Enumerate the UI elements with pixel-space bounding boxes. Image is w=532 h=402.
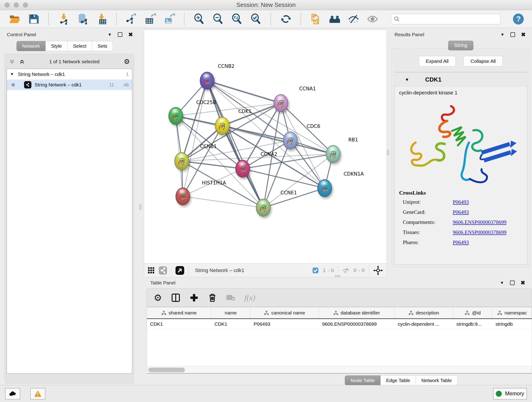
- column-header-description[interactable]: description: [394, 307, 453, 318]
- refresh-icon[interactable]: [279, 12, 292, 26]
- panel-menu-icon[interactable]: ▼: [500, 32, 505, 37]
- memory-button[interactable]: Memory: [493, 388, 527, 400]
- network-collection-row[interactable]: ▼ String Network – cdk1 1: [7, 69, 132, 80]
- zoom-window-button[interactable]: [23, 2, 28, 7]
- warning-status-button[interactable]: [30, 388, 45, 400]
- network-selection-status: 1 of 1 Network selected: [25, 59, 124, 64]
- column-header-namespace[interactable]: namespac: [492, 307, 532, 318]
- table-row[interactable]: CDK1 CDK1 P06493 9606.ENSP00000378699 cy…: [147, 319, 532, 330]
- tab-edge-table[interactable]: Edge Table: [380, 375, 416, 385]
- cloud-status-button[interactable]: [5, 388, 20, 400]
- left-splitter-handle[interactable]: [139, 204, 142, 210]
- network-node-rb1[interactable]: [326, 145, 341, 163]
- network-view-panel: CCNB2 CCNA1 CDC25B CDK1: [144, 30, 387, 277]
- uniprot-link[interactable]: P06493: [453, 199, 469, 205]
- table-options-gear-icon[interactable]: ⚙: [154, 293, 162, 302]
- node-label: CCNB2: [218, 64, 234, 69]
- network-options-gear-icon[interactable]: ⚙: [124, 58, 130, 65]
- close-panel-icon[interactable]: ✖: [520, 280, 525, 286]
- minimize-window-button[interactable]: [14, 2, 19, 7]
- export-network-icon[interactable]: [125, 12, 138, 26]
- float-panel-icon[interactable]: [510, 281, 515, 285]
- protein-thumbnail-icon: [259, 203, 268, 213]
- network-node-ccne1[interactable]: [256, 199, 271, 217]
- column-header-database-identifier[interactable]: database identifier: [319, 307, 394, 318]
- zoom-in-icon[interactable]: [193, 12, 206, 26]
- close-panel-icon[interactable]: ✖: [128, 32, 133, 38]
- tab-string[interactable]: String: [448, 41, 473, 50]
- clone-network-icon[interactable]: [309, 12, 322, 26]
- help-icon[interactable]: ?: [513, 13, 524, 25]
- column-header-shared-name[interactable]: shared name: [147, 307, 211, 318]
- network-node-cdc25b[interactable]: [168, 107, 183, 125]
- tab-select[interactable]: Select: [68, 41, 92, 51]
- tissues-link[interactable]: 9606.ENSP00000378699: [453, 230, 507, 235]
- column-header-name[interactable]: name: [211, 307, 250, 318]
- network-node-ccnb1[interactable]: [174, 152, 189, 170]
- node-label: CCNE1: [280, 190, 297, 196]
- compartments-link[interactable]: 9606.ENSP00000378699: [453, 219, 507, 225]
- import-network-file-icon[interactable]: [57, 12, 70, 26]
- expand-all-icon[interactable]: [19, 59, 25, 65]
- network-node-ccna2[interactable]: [235, 160, 250, 178]
- import-table-file-icon[interactable]: [95, 12, 108, 26]
- node-label: CCNB1: [200, 144, 217, 149]
- add-column-icon[interactable]: [190, 293, 199, 302]
- bottom-splitter-handle[interactable]: [335, 275, 341, 277]
- network-node-cdkn1a[interactable]: [317, 179, 332, 197]
- tab-style[interactable]: Style: [46, 41, 68, 51]
- close-window-button[interactable]: [5, 2, 10, 7]
- window-controls[interactable]: [5, 2, 28, 7]
- zoom-fit-icon[interactable]: [230, 12, 244, 26]
- show-eye-icon[interactable]: [366, 12, 379, 26]
- selected-checkbox-icon[interactable]: [312, 267, 319, 274]
- export-image-icon[interactable]: [163, 12, 176, 26]
- panel-menu-icon[interactable]: ▼: [500, 281, 504, 285]
- import-network-database-icon[interactable]: [76, 12, 89, 26]
- tab-network[interactable]: Network: [17, 41, 46, 51]
- network-node-ccna1[interactable]: [273, 94, 288, 112]
- column-header-canonical-name[interactable]: canonical name: [250, 307, 319, 318]
- pharos-link[interactable]: P06493: [453, 240, 469, 245]
- expand-all-button[interactable]: Expand All: [419, 56, 456, 66]
- hide-eye-slash-icon[interactable]: [347, 12, 360, 26]
- float-panel-icon[interactable]: [118, 32, 122, 37]
- network-row[interactable]: String Network – cdk1 11 48: [7, 80, 132, 90]
- string-view-icon[interactable]: [159, 266, 167, 274]
- grid-view-icon[interactable]: [148, 267, 155, 274]
- network-node-hist1h1a[interactable]: [176, 187, 190, 205]
- float-panel-icon[interactable]: [510, 32, 515, 37]
- right-splitter-handle[interactable]: [387, 149, 389, 155]
- pan-crosshair-icon[interactable]: [373, 266, 383, 275]
- zoom-out-icon[interactable]: [211, 12, 225, 26]
- tab-node-table[interactable]: Node Table: [345, 375, 380, 385]
- genecard-link[interactable]: P06493: [453, 209, 469, 215]
- toolbar-separator: [271, 13, 271, 25]
- network-canvas[interactable]: CCNB2 CCNA1 CDC25B CDK1: [144, 30, 386, 263]
- collapse-all-button[interactable]: Collapse All: [463, 56, 503, 66]
- tab-network-table[interactable]: Network Table: [416, 375, 457, 385]
- collapse-all-icon[interactable]: [9, 59, 15, 65]
- export-table-icon[interactable]: [144, 12, 157, 26]
- collection-expand-icon[interactable]: ▼: [10, 72, 18, 77]
- protein-thumbnail-icon: [320, 183, 330, 194]
- delete-column-icon[interactable]: [208, 293, 217, 302]
- panel-menu-icon[interactable]: ▼: [108, 32, 112, 37]
- birds-eye-view-icon[interactable]: [176, 266, 184, 275]
- zoom-selected-icon[interactable]: [249, 12, 263, 26]
- search-input[interactable]: [402, 16, 498, 22]
- tab-sets[interactable]: Sets: [92, 41, 113, 51]
- save-session-icon[interactable]: [27, 12, 40, 26]
- home-networks-icon[interactable]: [328, 12, 341, 26]
- column-header-id[interactable]: @id: [453, 307, 492, 318]
- network-node-cdc6[interactable]: [283, 132, 298, 149]
- network-node-cdk1[interactable]: [215, 117, 230, 135]
- horizontal-scrollbar[interactable]: [147, 366, 532, 373]
- show-columns-icon[interactable]: [171, 293, 180, 302]
- close-panel-icon[interactable]: ✖: [521, 32, 526, 38]
- open-session-folder-icon[interactable]: [8, 12, 21, 26]
- scrollbar-thumb[interactable]: [148, 368, 185, 372]
- search-box[interactable]: [391, 14, 500, 24]
- network-node-ccnb2[interactable]: [200, 72, 215, 89]
- entry-collapse-icon[interactable]: ▼: [405, 77, 409, 82]
